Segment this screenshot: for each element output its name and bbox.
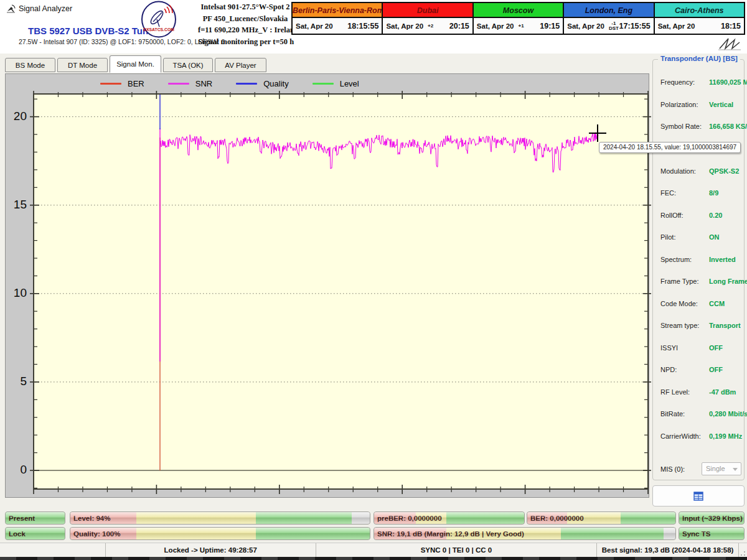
meter-ber: BER: 0,0000000: [527, 511, 676, 525]
transponder-row: Frequency:11690,025 MHz: [660, 78, 741, 86]
clock-time: 17:15:55: [619, 22, 651, 30]
caption-line: Signal monitoring per t=50 h: [198, 37, 294, 46]
tab-tsa-ok-[interactable]: TSA (OK): [163, 58, 213, 72]
field-value: Vertical: [709, 101, 733, 108]
clock-city-label: London, Eng: [564, 3, 653, 18]
chevron-down-icon: [733, 468, 738, 471]
transponder-row: Stream type:Transport: [660, 322, 741, 329]
clock-date: Sat, Apr 20: [658, 22, 695, 30]
resize-grip[interactable]: [739, 543, 747, 558]
clock-utc-offset: +2: [428, 24, 433, 29]
spreadsheet-icon: [693, 492, 703, 501]
y-axis-label-5: 5: [3, 375, 27, 388]
field-value: CCM: [709, 300, 725, 307]
clock-cairo-athens: Cairo-AthensSat, Apr 2018:15: [654, 3, 744, 34]
clock-time: 18:15: [721, 22, 741, 30]
transponder-row: Symbol Rate:166,658 KS/s: [660, 123, 741, 130]
table-tool-button[interactable]: [652, 485, 745, 506]
meter-level: Level: 94%: [70, 511, 370, 525]
clock-time-row: Sat, Apr 2018:15:55: [293, 18, 382, 34]
clock-dubai: DubaiSat, Apr 20+220:15: [382, 3, 472, 34]
field-value: OFF: [709, 344, 723, 352]
caption-line: f=11 690,220 MHz_V : Ireland's: [198, 26, 304, 34]
clock-city-label: Berlin-Paris-Vienna-Roma: [293, 3, 382, 18]
legend-item-level: Level: [312, 79, 359, 88]
world-clocks: Berlin-Paris-Vienna-RomaSat, Apr 2018:15…: [291, 2, 745, 35]
offset-sup: +2: [428, 24, 433, 29]
clock-time: 19:15: [540, 22, 560, 30]
clock-utc-offset: +1: [518, 24, 524, 29]
chart-panel: BERSNRQualityLevel: [5, 73, 649, 498]
legend-item-quality: Quality: [236, 79, 288, 88]
field-value: -47 dBm: [709, 388, 736, 396]
meter-label: BER: 0,0000000: [530, 512, 584, 525]
clock-time-row: Sat, Apr 20+119:15: [474, 18, 563, 34]
signal-plot[interactable]: [34, 94, 648, 489]
transponder-row: NPD:OFF: [660, 366, 741, 373]
legend-swatch: [100, 83, 121, 85]
transponder-row: BitRate:0,280 Mbit/s: [660, 410, 741, 418]
transponder-row: RF Level:-47 dBm: [660, 388, 741, 396]
field-label: Modulation:: [660, 167, 696, 175]
legend-item-ber: BER: [100, 79, 144, 88]
field-label: Code Mode:: [660, 300, 698, 307]
field-label: Spectrum:: [660, 256, 692, 263]
clock-time: 18:15:55: [347, 22, 378, 30]
tab-bs-mode[interactable]: BS Mode: [5, 58, 55, 72]
transponder-title: Transponder (AU) [BS]: [658, 55, 740, 62]
taskbar-edge: [0, 557, 747, 560]
legend-label: Quality: [263, 79, 288, 88]
y-axis-label-15: 15: [3, 198, 27, 212]
transponder-groupbox: Transponder (AU) [BS] Frequency:11690,02…: [652, 59, 745, 480]
meter-snr: SNR: 19,1 dB (Margin: 12,9 dB | Very Goo…: [374, 527, 676, 540]
meter-sync-ts: Sync TS: [679, 527, 745, 540]
transponder-row: Pilot:ON: [660, 233, 741, 241]
legend-label: SNR: [195, 79, 212, 88]
crosshair-cursor: [589, 124, 608, 143]
caption-line: PF 450_Lucenec/Slovakia: [203, 14, 288, 23]
transponder-row: FEC:8/9: [660, 189, 741, 197]
clock-date: Sat, Apr 20: [386, 22, 423, 30]
field-label: Symbol Rate:: [660, 123, 702, 130]
field-label: RF Level:: [660, 388, 690, 396]
y-axis-label-0: 0: [3, 463, 27, 477]
offset-sup: +1: [518, 24, 524, 29]
field-label: NPD:: [660, 366, 677, 373]
logo-text: DXSATCS.COM: [143, 27, 174, 32]
legend-swatch: [236, 83, 257, 85]
clock-moscow: MoscowSat, Apr 20+119:15: [472, 3, 563, 34]
tab-av-player[interactable]: AV Player: [215, 58, 266, 72]
clock-time-row: Sat, Apr 2018:15: [655, 18, 744, 34]
field-value: 0.20: [709, 212, 722, 219]
field-label: Frequency:: [660, 78, 695, 86]
transponder-row: RollOff:0.20: [660, 212, 741, 219]
meter-preber: preBER: 0,0000000: [374, 511, 525, 525]
monitoring-caption: Intelsat 901-27.5°W-Spot 2 PF 450_Lucene…: [198, 1, 293, 47]
field-label: Stream type:: [660, 322, 699, 329]
transponder-row: Frame Type:Long Frame: [660, 278, 741, 285]
offset-label: DST: [609, 26, 619, 31]
legend-label: BER: [128, 79, 144, 88]
y-axis-label-10: 10: [3, 286, 27, 300]
clock-city-label: Moscow: [474, 3, 563, 18]
tab-signal-mon-[interactable]: Signal Mon.: [110, 55, 161, 73]
tuner-info: 27.5W - Intelsat 907 (ID: 3325) @ LOF1: …: [19, 38, 225, 45]
meter-present: Present: [5, 511, 65, 525]
clock-time-row: Sat, Apr 20+220:15: [383, 18, 472, 34]
meter-label: Quality: 100%: [73, 528, 120, 540]
value-tooltip: 2024-04-20 18.15.55, value: 19,100000381…: [599, 142, 741, 153]
meter-label: SNR: 19,1 dB (Margin: 12,9 dB | Very Goo…: [377, 528, 524, 540]
meter-label: Level: 94%: [73, 512, 110, 525]
status-segment-2: SYNC 0 | TEI 0 | CC 0: [316, 543, 598, 558]
meter-label: Input (~329 Kbps): [682, 512, 743, 525]
field-value: QPSK-S2: [709, 167, 739, 175]
mis-dropdown[interactable]: Single: [702, 462, 741, 475]
legend-swatch: [312, 83, 334, 85]
clock-date: Sat, Apr 20: [477, 22, 514, 30]
legend-swatch: [168, 83, 189, 85]
status-segment-3: Best signal: 19,3 dB (2024-04-18 18:58): [597, 543, 739, 558]
field-value: ON: [709, 233, 720, 241]
status-segment-1: Locked -> Uptime: 49:28:57: [106, 543, 316, 558]
tab-dt-mode[interactable]: DT Mode: [57, 58, 108, 72]
clock-city-label: Dubai: [383, 3, 472, 18]
